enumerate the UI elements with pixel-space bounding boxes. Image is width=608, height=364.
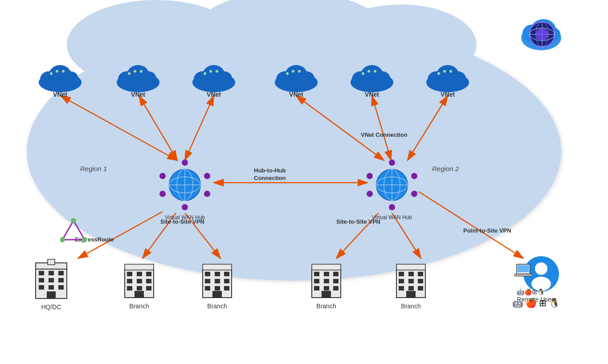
svg-rect-154 bbox=[408, 279, 414, 283]
svg-rect-144 bbox=[314, 286, 319, 290]
diagram-canvas: VNet VNet VNet bbox=[0, 0, 608, 364]
device-icons: 🤖 🍎 ⊞ 🐧 bbox=[512, 298, 560, 308]
svg-rect-129 bbox=[205, 279, 210, 283]
svg-rect-135 bbox=[212, 291, 222, 298]
svg-rect-143 bbox=[333, 279, 339, 283]
svg-rect-117 bbox=[127, 279, 132, 283]
svg-rect-110 bbox=[47, 291, 56, 299]
svg-text:🤖🍎⊞🐧: 🤖🍎⊞🐧 bbox=[517, 288, 545, 296]
svg-rect-134 bbox=[224, 286, 229, 290]
svg-point-50 bbox=[367, 70, 370, 73]
svg-point-23 bbox=[62, 70, 65, 73]
svg-rect-142 bbox=[324, 279, 329, 283]
svg-rect-139 bbox=[324, 272, 329, 276]
svg-rect-112 bbox=[48, 259, 55, 265]
svg-point-30 bbox=[140, 70, 143, 73]
svg-rect-131 bbox=[224, 279, 229, 283]
svg-point-51 bbox=[374, 70, 376, 73]
svg-point-42 bbox=[286, 72, 289, 75]
vnet-cloud-4: VNet bbox=[272, 62, 321, 98]
svg-point-20 bbox=[62, 71, 78, 86]
svg-point-27 bbox=[140, 71, 156, 86]
svg-point-16 bbox=[536, 28, 548, 41]
svg-rect-148 bbox=[312, 264, 341, 270]
vnet-cloud-2: VNet bbox=[114, 62, 163, 98]
svg-point-35 bbox=[204, 72, 206, 75]
vnet-cloud-1: VNet bbox=[36, 62, 85, 98]
branch3-building: Branch bbox=[310, 262, 343, 310]
vnet-cloud-5: VNet bbox=[347, 62, 396, 98]
apple-icon: 🍎 bbox=[526, 298, 537, 308]
cloud-background bbox=[0, 0, 608, 364]
svg-point-22 bbox=[56, 70, 58, 73]
svg-point-55 bbox=[450, 71, 466, 86]
svg-point-59 bbox=[182, 160, 188, 166]
svg-point-37 bbox=[216, 70, 218, 73]
svg-point-41 bbox=[298, 71, 314, 86]
site-to-site-vpn-label-2: Site-to-Site VPN bbox=[336, 218, 380, 225]
svg-point-60 bbox=[204, 173, 210, 179]
svg-marker-96 bbox=[62, 221, 85, 240]
region1-label: Region 1 bbox=[80, 165, 107, 172]
svg-rect-166 bbox=[518, 265, 529, 272]
svg-rect-106 bbox=[58, 278, 64, 282]
svg-rect-127 bbox=[215, 272, 220, 276]
svg-point-72 bbox=[411, 191, 417, 197]
hub-to-hub-label: Hub-to-HubConnection bbox=[254, 167, 286, 182]
svg-rect-153 bbox=[399, 279, 404, 283]
linux-icon: 🐧 bbox=[549, 298, 560, 308]
svg-point-29 bbox=[134, 70, 136, 73]
svg-rect-101 bbox=[39, 271, 44, 275]
svg-rect-105 bbox=[49, 278, 54, 282]
svg-rect-132 bbox=[205, 286, 210, 290]
svg-rect-146 bbox=[333, 286, 339, 290]
svg-rect-150 bbox=[399, 272, 404, 276]
svg-point-73 bbox=[389, 204, 395, 210]
svg-point-43 bbox=[292, 70, 294, 73]
svg-rect-104 bbox=[39, 278, 44, 282]
svg-rect-156 bbox=[399, 286, 404, 290]
svg-rect-108 bbox=[49, 285, 54, 290]
android-icon: 🤖 bbox=[512, 298, 523, 308]
svg-point-49 bbox=[362, 72, 364, 75]
svg-point-63 bbox=[159, 191, 166, 197]
virtual-wan-hub-1: Virtual WAN Hub bbox=[158, 158, 212, 221]
svg-rect-116 bbox=[146, 272, 151, 276]
branch1-building: Branch bbox=[122, 262, 156, 310]
svg-rect-158 bbox=[418, 286, 423, 290]
svg-rect-107 bbox=[39, 285, 44, 290]
svg-rect-165 bbox=[514, 274, 532, 276]
svg-point-58 bbox=[449, 70, 452, 73]
svg-point-57 bbox=[443, 70, 446, 73]
svg-point-98 bbox=[82, 237, 87, 242]
svg-point-70 bbox=[389, 160, 395, 166]
svg-rect-145 bbox=[324, 286, 329, 290]
svg-rect-151 bbox=[408, 272, 414, 276]
svg-rect-128 bbox=[224, 272, 229, 276]
vnet-connection-label: VNet Connection bbox=[361, 131, 408, 138]
svg-rect-155 bbox=[418, 279, 423, 283]
svg-rect-140 bbox=[333, 272, 339, 276]
remote-users: 🤖🍎⊞🐧 Remote Users bbox=[512, 252, 561, 303]
vnet-cloud-3: VNet bbox=[189, 62, 238, 98]
branch1-label: Branch bbox=[122, 303, 156, 310]
svg-point-48 bbox=[374, 71, 390, 86]
svg-rect-124 bbox=[125, 264, 154, 270]
svg-point-62 bbox=[182, 204, 188, 210]
svg-rect-109 bbox=[58, 285, 64, 290]
branch3-label: Branch bbox=[310, 303, 343, 310]
branch2-label: Branch bbox=[200, 303, 234, 310]
svg-rect-103 bbox=[58, 271, 64, 275]
svg-rect-123 bbox=[135, 291, 144, 298]
svg-rect-159 bbox=[406, 291, 416, 298]
branch4-building: Branch bbox=[394, 262, 428, 310]
svg-point-44 bbox=[298, 70, 301, 73]
region2-label: Region 2 bbox=[432, 165, 459, 172]
svg-rect-115 bbox=[137, 272, 142, 276]
windows-icon: ⊞ bbox=[539, 298, 547, 308]
svg-rect-130 bbox=[215, 279, 220, 283]
vnet-cloud-6: VNet bbox=[423, 62, 472, 98]
svg-rect-133 bbox=[215, 286, 220, 290]
expressroute-icon bbox=[60, 218, 87, 245]
svg-point-36 bbox=[209, 70, 212, 73]
